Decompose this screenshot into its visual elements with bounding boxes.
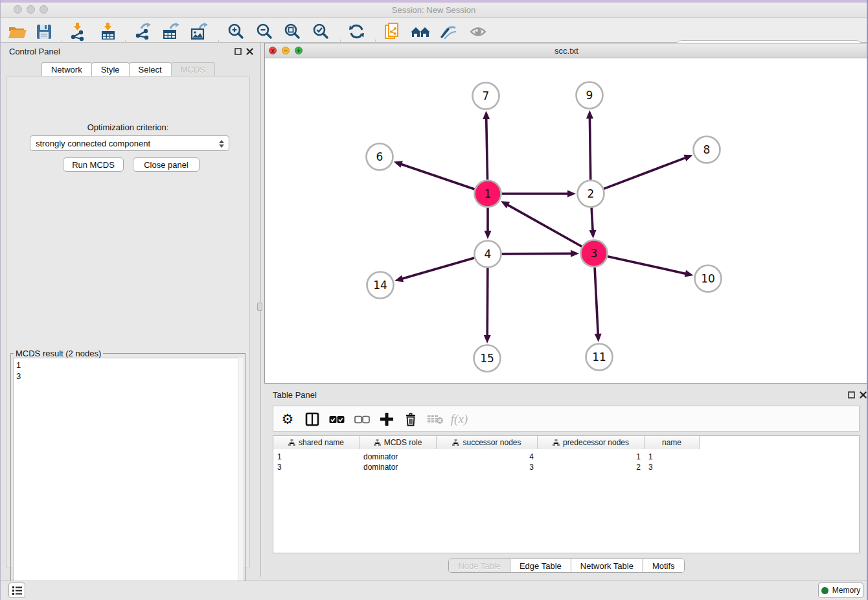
tab-motifs[interactable]: Motifs (643, 559, 684, 572)
graph-edge-3-10[interactable] (608, 257, 687, 274)
result-scrollbar[interactable] (238, 358, 243, 595)
cell-name[interactable]: 1 (645, 452, 700, 462)
delete-table-icon[interactable] (427, 411, 444, 427)
memory-button[interactable]: Memory (818, 583, 863, 598)
splitter-handle[interactable] (257, 303, 262, 311)
graph-edge-3-1[interactable] (507, 205, 582, 247)
close-table-panel-icon[interactable] (858, 390, 867, 399)
deselect-all-checkboxes-icon[interactable] (354, 411, 371, 427)
cell-name[interactable]: 3 (645, 462, 700, 472)
cell-mcds-role[interactable]: dominator (360, 462, 437, 472)
zoom-fit-icon[interactable] (281, 21, 303, 43)
tab-mcds[interactable]: MCDS (171, 62, 215, 76)
close-panel-button[interactable]: Close panel (133, 157, 200, 172)
network-window-titlebar[interactable]: x – + scc.txt (265, 43, 868, 58)
cell-shared-name[interactable]: 3 (273, 462, 360, 472)
cell-mcds-role[interactable]: dominator (360, 452, 437, 462)
graph-node-label: 2 (588, 187, 595, 200)
graph-node-label: 7 (483, 89, 490, 102)
column-sort-icon (553, 439, 560, 446)
mcds-result-text[interactable]: 1 3 (13, 358, 243, 595)
export-network-icon[interactable] (131, 21, 154, 43)
graph-edge-2-8[interactable] (604, 157, 686, 189)
table-row[interactable]: 3 dominator 3 2 3 (273, 462, 700, 472)
export-image-icon[interactable] (188, 21, 210, 43)
tab-style[interactable]: Style (91, 62, 130, 76)
cell-successor-nodes[interactable]: 3 (437, 462, 538, 472)
run-mcds-button[interactable]: Run MCDS (63, 157, 124, 172)
select-all-checkboxes-icon[interactable] (328, 411, 345, 427)
tab-edge-table[interactable]: Edge Table (510, 559, 571, 572)
column-header-successor-nodes[interactable]: successor nodes (437, 436, 538, 449)
import-table-icon[interactable] (97, 21, 119, 43)
control-panel-title: Control Panel (9, 47, 60, 56)
column-sort-icon (288, 439, 295, 446)
mcds-result-group: MCDS result (2 nodes) 1 3 (10, 353, 246, 597)
status-bar: Memory (1, 581, 867, 600)
function-builder-fx-icon[interactable]: f(x) (451, 411, 468, 427)
float-table-panel-icon[interactable] (847, 390, 856, 399)
network-graph[interactable]: 1234678910111415 (265, 58, 868, 383)
column-header-predecessor-nodes[interactable]: predecessor nodes (538, 436, 645, 449)
node-table: shared name MCDS role successor nodes pr… (273, 435, 860, 553)
graph-edge-2-3[interactable] (591, 207, 593, 231)
column-sort-icon (374, 439, 381, 446)
tab-network[interactable]: Network (41, 62, 92, 76)
delete-column-trash-icon[interactable] (402, 411, 419, 427)
graph-edge-4-15[interactable] (487, 268, 488, 336)
column-label: predecessor nodes (563, 438, 629, 447)
close-panel-icon[interactable] (245, 47, 254, 56)
open-session-icon[interactable] (6, 21, 29, 43)
home-icon[interactable] (409, 21, 431, 43)
tab-node-table[interactable]: Node Table (449, 559, 510, 572)
graph-node-label: 1 (485, 187, 492, 200)
column-manager-icon[interactable] (304, 411, 321, 427)
table-row[interactable]: 1 dominator 4 1 1 (273, 452, 700, 462)
criterion-dropdown[interactable]: strongly connected component (30, 135, 229, 151)
tab-network-table[interactable]: Network Table (571, 559, 643, 572)
table-options-gear-icon[interactable]: ⚙ (279, 411, 296, 427)
style-preview-icon[interactable] (438, 21, 460, 43)
memory-label: Memory (832, 586, 860, 595)
graph-node-label: 6 (376, 150, 383, 163)
float-panel-icon[interactable] (233, 47, 242, 56)
graph-edge-1-7[interactable] (486, 118, 488, 180)
cell-shared-name[interactable]: 1 (273, 452, 360, 462)
cell-successor-nodes[interactable]: 4 (437, 452, 538, 462)
edge-arrowhead (394, 161, 403, 167)
column-header-name[interactable]: name (645, 436, 700, 449)
memory-status-icon (821, 587, 828, 594)
graph-edge-3-11[interactable] (595, 267, 598, 335)
graph-node-label: 9 (586, 89, 593, 102)
task-list-icon (12, 586, 23, 595)
refresh-icon[interactable] (346, 21, 368, 43)
graph-edge-2-9[interactable] (589, 117, 590, 180)
zoom-selected-icon[interactable] (310, 21, 332, 43)
graph-edge-4-14[interactable] (402, 258, 475, 279)
task-list-button[interactable] (8, 583, 25, 598)
graph-node-label: 3 (591, 247, 598, 260)
tab-select[interactable]: Select (129, 62, 172, 76)
column-label: successor nodes (463, 438, 521, 447)
edge-arrowhead (394, 275, 404, 283)
cell-predecessor-nodes[interactable]: 1 (538, 452, 645, 462)
new-network-from-selection-icon[interactable] (382, 21, 404, 43)
column-header-mcds-role[interactable]: MCDS role (360, 436, 437, 449)
export-table-icon[interactable] (159, 21, 181, 43)
show-hide-eye-icon[interactable] (467, 21, 489, 43)
zoom-in-icon[interactable] (225, 21, 247, 43)
zoom-out-icon[interactable] (253, 21, 275, 43)
edge-arrowhead (683, 155, 692, 161)
save-session-icon[interactable] (33, 21, 55, 43)
graph-edge-4-3[interactable] (501, 253, 572, 254)
edge-arrowhead (589, 230, 597, 238)
network-canvas[interactable]: 1234678910111415 (265, 58, 868, 383)
graph-edge-1-6[interactable] (400, 164, 474, 189)
graph-node-label: 15 (480, 352, 494, 365)
cell-predecessor-nodes[interactable]: 2 (538, 462, 645, 472)
column-header-shared-name[interactable]: shared name (273, 436, 360, 449)
add-column-icon[interactable] (378, 411, 395, 427)
session-title: Session: New Session (1, 5, 867, 15)
app-titlebar: Session: New Session (1, 0, 867, 18)
import-network-icon[interactable] (67, 21, 89, 43)
